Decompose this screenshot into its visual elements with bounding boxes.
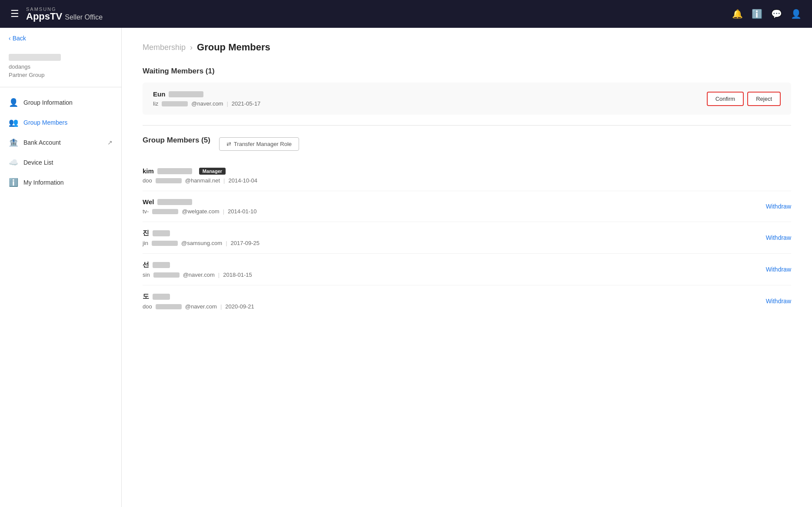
hamburger-icon[interactable]: ☰ [10, 8, 19, 20]
table-row: 도 doo @naver.com | 2020-09-21 Withdraw [143, 285, 791, 317]
member-name-blurred-1 [157, 168, 192, 174]
member-email-row-2: tv- @welgate.com | 2014-01-10 [143, 208, 257, 215]
member-name-1: kim Manager [143, 167, 257, 175]
seller-office-label: Seller Office [65, 13, 103, 21]
dodangs-label: dodangs [9, 63, 113, 70]
transfer-manager-button[interactable]: ⇄ Transfer Manager Role [219, 137, 299, 151]
email-prefix-3: jin [143, 240, 148, 246]
member-email-row-5: doo @naver.com | 2020-09-21 [143, 303, 254, 310]
member-name-prefix-4: 선 [143, 261, 149, 269]
info-icon[interactable]: ℹ️ [752, 9, 762, 19]
breadcrumb-arrow-icon: › [190, 43, 193, 52]
group-members-label: Group Members [23, 119, 113, 126]
date-2: 2014-01-10 [228, 208, 257, 215]
sidebar-item-group-information[interactable]: 👤 Group Information [0, 93, 121, 113]
member-name-prefix-5: 도 [143, 292, 149, 301]
message-icon[interactable]: 💬 [771, 9, 782, 19]
date-3: 2017-09-25 [231, 240, 260, 246]
waiting-name-blurred [169, 91, 203, 97]
table-row: kim Manager doo @hanmail.net | 2014-10-0… [143, 160, 791, 191]
nav-left: ☰ SAMSUNG AppsTV Seller Office [10, 7, 103, 21]
email-domain-4: @naver.com [183, 272, 215, 278]
email-blurred-1 [156, 178, 182, 183]
sidebar-nav: 👤 Group Information 👥 Group Members 🏦 Ba… [0, 87, 121, 198]
partner-group-label: Partner Group [9, 72, 113, 78]
member-name-prefix-3: 진 [143, 229, 149, 237]
sep-3: | [226, 240, 227, 246]
table-row: 선 sin @naver.com | 2018-01-15 Withdraw [143, 254, 791, 285]
email-prefix-2: tv- [143, 208, 149, 215]
withdraw-button-2[interactable]: Withdraw [766, 203, 791, 210]
group-members-header: Group Members (5) ⇄ Transfer Manager Rol… [143, 136, 791, 152]
appstv-label: AppsTV Seller Office [26, 12, 103, 21]
group-members-section: Group Members (5) ⇄ Transfer Manager Rol… [143, 136, 791, 317]
group-info-label: Group Information [23, 99, 113, 106]
member-name-prefix-1: kim [143, 167, 154, 175]
breadcrumb-current: Group Members [197, 42, 270, 53]
email-blurred-3 [152, 241, 178, 246]
breadcrumb: Membership › Group Members [143, 42, 791, 53]
withdraw-button-5[interactable]: Withdraw [766, 298, 791, 305]
member-name-blurred-2 [157, 199, 192, 205]
waiting-member-actions: Confirm Reject [707, 92, 781, 106]
sep-5: | [220, 303, 222, 310]
waiting-member-email-row: liz @naver.com | 2021-05-17 [153, 100, 260, 107]
email-domain-1: @hanmail.net [185, 177, 220, 184]
main-content: Membership › Group Members Waiting Membe… [122, 28, 812, 507]
waiting-members-title: Waiting Members (1) [143, 67, 791, 76]
sep-4: | [218, 272, 220, 278]
member-name-5: 도 [143, 292, 254, 301]
device-list-icon: ☁️ [9, 158, 18, 167]
waiting-members-section: Waiting Members (1) Eun liz @naver.com |… [143, 67, 791, 115]
my-info-label: My Information [23, 179, 113, 186]
email-blurred-5 [156, 304, 182, 309]
reject-button[interactable]: Reject [747, 92, 781, 106]
member-name-blurred-4 [153, 262, 170, 268]
table-row: 진 jin @samsung.com | 2017-09-25 Withdraw [143, 222, 791, 254]
email-blurred-2 [152, 209, 178, 214]
withdraw-button-4[interactable]: Withdraw [766, 266, 791, 273]
back-arrow-icon: ‹ [9, 35, 11, 42]
account-icon[interactable]: 👤 [791, 9, 802, 19]
logo: SAMSUNG AppsTV Seller Office [26, 7, 103, 21]
breadcrumb-parent: Membership [143, 43, 186, 52]
email-domain-5: @naver.com [185, 303, 217, 310]
device-list-label: Device List [23, 159, 113, 166]
date-1: 2014-10-04 [229, 177, 258, 184]
transfer-label: Transfer Manager Role [234, 141, 292, 147]
date-4: 2018-01-15 [223, 272, 252, 278]
sep-1: | [223, 177, 225, 184]
separator-1: | [226, 100, 228, 107]
table-row: Wel tv- @welgate.com | 2014-01-10 Withdr… [143, 191, 791, 222]
sidebar-item-device-list[interactable]: ☁️ Device List [0, 152, 121, 172]
waiting-member-date: 2021-05-17 [232, 100, 261, 107]
member-info-3: 진 jin @samsung.com | 2017-09-25 [143, 229, 260, 246]
email-prefix-5: doo [143, 303, 152, 310]
main-layout: ‹ Back dodangs Partner Group 👤 Group Inf… [0, 28, 812, 507]
sidebar-item-group-members[interactable]: 👥 Group Members [0, 113, 121, 133]
sidebar-item-bank-account[interactable]: 🏦 Bank Account ↗ [0, 133, 121, 152]
member-info-5: 도 doo @naver.com | 2020-09-21 [143, 292, 254, 310]
waiting-member-name: Eun [153, 90, 260, 98]
email-domain-2: @welgate.com [182, 208, 219, 215]
date-5: 2020-09-21 [225, 303, 254, 310]
group-info-icon: 👤 [9, 98, 18, 107]
waiting-name-prefix: Eun [153, 90, 165, 98]
bank-account-icon: 🏦 [9, 138, 18, 147]
waiting-member-info: Eun liz @naver.com | 2021-05-17 [153, 90, 260, 107]
top-navigation: ☰ SAMSUNG AppsTV Seller Office 🔔 ℹ️ 💬 👤 [0, 0, 812, 28]
transfer-icon: ⇄ [226, 141, 231, 147]
waiting-member-card: Eun liz @naver.com | 2021-05-17 Confirm … [143, 83, 791, 115]
member-email-row-4: sin @naver.com | 2018-01-15 [143, 272, 252, 278]
member-name-3: 진 [143, 229, 260, 237]
confirm-button[interactable]: Confirm [707, 92, 744, 106]
member-email-row-1: doo @hanmail.net | 2014-10-04 [143, 177, 257, 184]
back-label: Back [13, 35, 26, 42]
withdraw-button-3[interactable]: Withdraw [766, 234, 791, 241]
sidebar-item-my-information[interactable]: ℹ️ My Information [0, 172, 121, 192]
bank-account-external-icon: ↗ [107, 139, 113, 146]
back-button[interactable]: ‹ Back [0, 28, 121, 49]
notification-icon[interactable]: 🔔 [732, 9, 743, 19]
member-name-blurred-3 [153, 230, 170, 236]
email-prefix-4: sin [143, 272, 150, 278]
